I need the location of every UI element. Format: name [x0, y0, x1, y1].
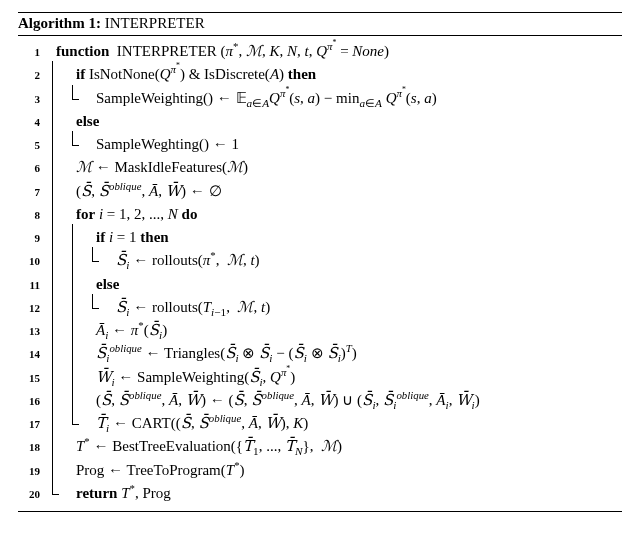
- line-number: 8: [18, 207, 46, 224]
- line-content: if IsNotNone(Qπ*) & IsDiscrete(A) then: [46, 63, 622, 86]
- line-content: S̄ioblique ← Triangles(S̄i ⊗ S̄i − (S̄i …: [46, 342, 622, 365]
- line-text: S̄ioblique ← Triangles(S̄i ⊗ S̄i − (S̄i …: [46, 342, 357, 365]
- line-text: T̄i ← CART((S̄, S̄oblique, Ā, W̄), K): [46, 412, 308, 435]
- line-content: ℳ ← MaskIdleFeatures(ℳ): [46, 156, 622, 179]
- line-text: S̄i ← rollouts(Ti−1, ℳ, t): [46, 296, 270, 319]
- code-line: 7(S̄, S̄oblique, Ā, W̄) ← ∅: [18, 180, 622, 203]
- code-line: 13Āi ← π*(S̄i): [18, 319, 622, 342]
- code-line: 4else: [18, 110, 622, 133]
- title-name: INTERPRETER: [105, 15, 205, 31]
- line-text: Āi ← π*(S̄i): [46, 319, 167, 342]
- code-line: 3SampleWeighting() ← 𝔼a∈AQπ*(s, a) − min…: [18, 87, 622, 110]
- line-number: 3: [18, 91, 46, 108]
- code-line: 10S̄i ← rollouts(π*, ℳ, t): [18, 249, 622, 272]
- line-number: 20: [18, 486, 46, 503]
- line-content: if i = 1 then: [46, 226, 622, 249]
- code-line: 20return T*, Prog: [18, 482, 622, 505]
- line-text: (S̄, S̄oblique, Ā, W̄) ← ∅: [46, 180, 222, 203]
- line-number: 9: [18, 230, 46, 247]
- code-line: 5SampleWeghting() ← 1: [18, 133, 622, 156]
- line-text: function INTERPRETER (π*, ℳ, K, N, t, Qπ…: [46, 40, 389, 63]
- line-number: 11: [18, 277, 46, 294]
- line-text: S̄i ← rollouts(π*, ℳ, t): [46, 249, 260, 272]
- code-line: 18T* ← BestTreeEvaluation({T̄1, ..., T̄N…: [18, 435, 622, 458]
- line-content: S̄i ← rollouts(π*, ℳ, t): [46, 249, 622, 272]
- line-number: 15: [18, 370, 46, 387]
- code-line: 9if i = 1 then: [18, 226, 622, 249]
- line-number: 7: [18, 184, 46, 201]
- line-number: 4: [18, 114, 46, 131]
- line-text: else: [46, 110, 99, 133]
- line-number: 18: [18, 439, 46, 456]
- code-line: 12S̄i ← rollouts(Ti−1, ℳ, t): [18, 296, 622, 319]
- line-content: SampleWeighting() ← 𝔼a∈AQπ*(s, a) − mina…: [46, 87, 622, 110]
- line-text: (S̄, S̄oblique, Ā, W̄) ← (S̄, S̄oblique,…: [46, 389, 480, 412]
- line-number: 16: [18, 393, 46, 410]
- line-number: 17: [18, 416, 46, 433]
- line-text: ℳ ← MaskIdleFeatures(ℳ): [46, 156, 248, 179]
- line-content: function INTERPRETER (π*, ℳ, K, N, t, Qπ…: [46, 40, 622, 63]
- line-text: T* ← BestTreeEvaluation({T̄1, ..., T̄N},…: [46, 435, 342, 458]
- code-line: 19Prog ← TreeToProgram(T*): [18, 459, 622, 482]
- line-text: SampleWeghting() ← 1: [46, 133, 239, 156]
- line-number: 19: [18, 463, 46, 480]
- title-number: 1: [88, 15, 96, 31]
- code-line: 15W̄i ← SampleWeighting(S̄i, Qπ*): [18, 366, 622, 389]
- line-text: SampleWeighting() ← 𝔼a∈AQπ*(s, a) − mina…: [46, 87, 437, 110]
- code-line: 6ℳ ← MaskIdleFeatures(ℳ): [18, 156, 622, 179]
- line-number: 5: [18, 137, 46, 154]
- line-content: for i = 1, 2, ..., N do: [46, 203, 622, 226]
- line-text: if i = 1 then: [46, 226, 169, 249]
- code-line: 14S̄ioblique ← Triangles(S̄i ⊗ S̄i − (S̄…: [18, 342, 622, 365]
- code-line: 1function INTERPRETER (π*, ℳ, K, N, t, Q…: [18, 40, 622, 63]
- title-prefix: Algorithm: [18, 15, 85, 31]
- line-text: Prog ← TreeToProgram(T*): [46, 459, 245, 482]
- line-text: W̄i ← SampleWeighting(S̄i, Qπ*): [46, 366, 295, 389]
- line-number: 14: [18, 346, 46, 363]
- algorithm-block: Algorithm 1: INTERPRETER 1function INTER…: [18, 12, 622, 512]
- code-line: 11else: [18, 273, 622, 296]
- line-number: 1: [18, 44, 46, 61]
- line-content: T̄i ← CART((S̄, S̄oblique, Ā, W̄), K): [46, 412, 622, 435]
- algorithm-title: Algorithm 1: INTERPRETER: [18, 13, 622, 36]
- code-line: 8for i = 1, 2, ..., N do: [18, 203, 622, 226]
- line-number: 13: [18, 323, 46, 340]
- line-text: if IsNotNone(Qπ*) & IsDiscrete(A) then: [46, 63, 316, 86]
- code-line: 2if IsNotNone(Qπ*) & IsDiscrete(A) then: [18, 63, 622, 86]
- line-content: S̄i ← rollouts(Ti−1, ℳ, t): [46, 296, 622, 319]
- line-content: (S̄, S̄oblique, Ā, W̄) ← (S̄, S̄oblique,…: [46, 389, 622, 412]
- algorithm-body: 1function INTERPRETER (π*, ℳ, K, N, t, Q…: [18, 36, 622, 511]
- line-text: else: [46, 273, 119, 296]
- line-text: return T*, Prog: [46, 482, 171, 505]
- line-number: 10: [18, 253, 46, 270]
- line-number: 12: [18, 300, 46, 317]
- line-content: T* ← BestTreeEvaluation({T̄1, ..., T̄N},…: [46, 435, 622, 458]
- line-text: for i = 1, 2, ..., N do: [46, 203, 197, 226]
- line-content: W̄i ← SampleWeighting(S̄i, Qπ*): [46, 366, 622, 389]
- line-number: 2: [18, 67, 46, 84]
- line-content: Āi ← π*(S̄i): [46, 319, 622, 342]
- line-content: (S̄, S̄oblique, Ā, W̄) ← ∅: [46, 180, 622, 203]
- code-line: 17T̄i ← CART((S̄, S̄oblique, Ā, W̄), K): [18, 412, 622, 435]
- line-content: SampleWeghting() ← 1: [46, 133, 622, 156]
- line-content: Prog ← TreeToProgram(T*): [46, 459, 622, 482]
- line-content: else: [46, 110, 622, 133]
- line-content: return T*, Prog: [46, 482, 622, 505]
- line-content: else: [46, 273, 622, 296]
- code-line: 16(S̄, S̄oblique, Ā, W̄) ← (S̄, S̄obliqu…: [18, 389, 622, 412]
- line-number: 6: [18, 160, 46, 177]
